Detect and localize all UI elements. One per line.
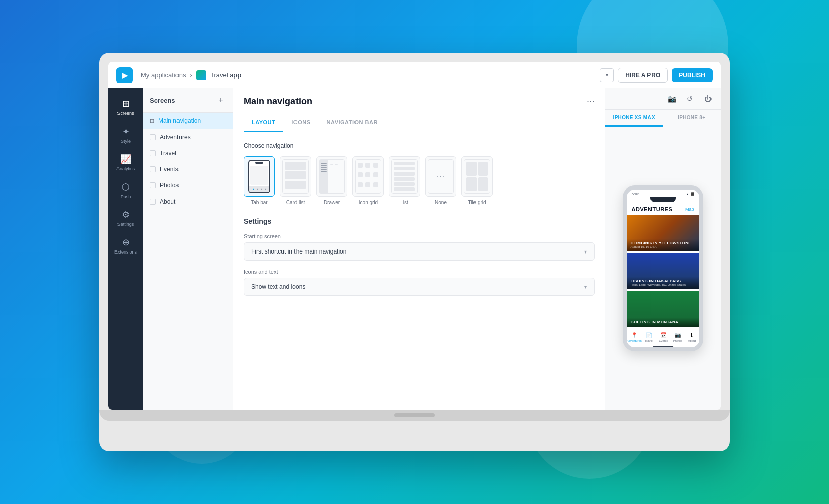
laptop-frame: ▶ My applications › Travel app ▾ HIRE A …: [99, 53, 730, 451]
screen-checkbox-photos: [150, 182, 156, 188]
phone-nav-icon-adventures: 📍: [631, 331, 638, 338]
screen-label-adventures: Adventures: [160, 134, 191, 141]
topbar: ▶ My applications › Travel app ▾ HIRE A …: [108, 62, 721, 88]
screen-item-events[interactable]: Events: [143, 161, 233, 177]
dropdown-button[interactable]: ▾: [600, 68, 614, 82]
nav-option-box-tile-grid: [461, 156, 493, 197]
starting-screen-arrow: ▾: [584, 249, 587, 255]
sidebar-item-style[interactable]: ✦ Style: [111, 122, 140, 148]
hire-pro-button[interactable]: HIRE A PRO: [618, 68, 668, 83]
preview-device-tabs: IPHONE XS MAX IPHONE 8+: [605, 110, 721, 127]
nav-option-tab-bar[interactable]: ● ● ● ● Tab bar: [244, 156, 275, 205]
card-overlay-fishing: FISHING IN HAKAI PASS Hakai Labo, Waypub…: [627, 277, 699, 289]
phone-nav-item-about[interactable]: ℹ About: [685, 331, 699, 342]
extensions-icon: ⊕: [122, 237, 130, 248]
breadcrumb-current: Travel app: [210, 71, 241, 79]
phone-home-indicator: [627, 345, 699, 347]
tab-icons[interactable]: ICONS: [283, 114, 318, 132]
adventure-card-fishing[interactable]: FISHING IN HAKAI PASS Hakai Labo, Waypub…: [627, 253, 699, 289]
settings-icon: ⚙: [122, 209, 130, 220]
laptop-base: [99, 410, 730, 421]
preview-toolbar: 📷 ↺ ⏻: [605, 88, 721, 110]
screens-icon: ⊞: [122, 98, 130, 109]
phone-nav-item-photos[interactable]: 📷 Photos: [671, 331, 685, 342]
phone-mockup: 6:02 ▲ ⬛ ADVENTURES Map: [623, 185, 703, 351]
sidebar-item-screens[interactable]: ⊞ Screens: [111, 94, 140, 120]
screen-item-about[interactable]: About: [143, 194, 233, 210]
laptop-screen: ▶ My applications › Travel app ▾ HIRE A …: [108, 62, 721, 410]
nav-option-drawer[interactable]: Drawer: [316, 156, 347, 205]
power-icon[interactable]: ⏻: [702, 93, 714, 104]
screen-label-travel: Travel: [160, 150, 176, 157]
style-icon: ✦: [122, 126, 130, 137]
screen-item-adventures[interactable]: Adventures: [143, 129, 233, 145]
screen-item-travel[interactable]: Travel: [143, 145, 233, 161]
adventure-card-golf[interactable]: GOLFING IN MONTANA: [627, 291, 699, 327]
breadcrumb-parent[interactable]: My applications: [141, 71, 186, 79]
device-tab-iphone-8plus[interactable]: IPHONE 8+: [663, 110, 721, 127]
nav-option-label-drawer: Drawer: [324, 200, 340, 205]
phone-app-title: ADVENTURES: [632, 206, 673, 212]
nav-option-icon-grid[interactable]: Icon grid: [352, 156, 384, 205]
starting-screen-select[interactable]: First shortcut in the main navigation ▾: [244, 242, 595, 261]
nav-option-none[interactable]: ··· None: [425, 156, 456, 205]
sidebar-label-screens: Screens: [117, 111, 134, 116]
sidebar-label-analytics: Analytics: [116, 166, 135, 171]
screen-checkbox-events: [150, 166, 156, 172]
app-logo[interactable]: ▶: [116, 67, 133, 83]
screenshot-icon[interactable]: 📷: [666, 93, 677, 104]
refresh-icon[interactable]: ↺: [684, 93, 695, 104]
sidebar-item-analytics[interactable]: 📈 Analytics: [111, 150, 140, 175]
tab-bar-phone-illus: ● ● ● ●: [248, 160, 270, 193]
screen-label-events: Events: [160, 166, 179, 173]
phone-nav-label-events: Events: [659, 339, 668, 342]
phone-nav-label-adventures: Adventures: [627, 339, 642, 342]
phone-nav-icon-about: ℹ: [688, 331, 695, 338]
nav-option-box-list: [389, 156, 420, 197]
card-overlay-golf: GOLFING IN MONTANA: [627, 318, 699, 327]
icons-text-label: Icons and text: [244, 269, 595, 275]
sidebar-item-settings[interactable]: ⚙ Settings: [111, 205, 140, 231]
sidebar-label-style: Style: [121, 139, 131, 144]
card-sub-fishing: Hakai Labo, Waypubs, BC, United States: [631, 283, 695, 286]
nav-option-label-tile-grid: Tile grid: [468, 200, 486, 205]
content-menu-dots[interactable]: ···: [587, 96, 595, 114]
sidebar-item-extensions[interactable]: ⊕ Extensions: [111, 233, 140, 259]
screen-item-photos[interactable]: Photos: [143, 177, 233, 194]
card-title-climbing: CLIMBING IN YELLOWSTONE: [631, 241, 695, 245]
phone-screen: ADVENTURES Map CLIMBING IN YELLOWSTONE A…: [627, 202, 699, 347]
nav-option-box-tab-bar: ● ● ● ●: [244, 156, 275, 197]
phone-nav-item-events[interactable]: 📅 Events: [656, 331, 670, 342]
icons-text-arrow: ▾: [584, 284, 587, 290]
icons-text-select[interactable]: Show text and icons ▾: [244, 278, 595, 296]
publish-button[interactable]: PUBLISH: [672, 68, 713, 82]
icons-text-value: Show text and icons: [251, 283, 305, 290]
nav-option-label-icon-grid: Icon grid: [359, 200, 378, 205]
tab-navigation-bar[interactable]: NAVIGATION BAR: [319, 114, 386, 132]
phone-notch: [650, 197, 676, 202]
nav-option-list[interactable]: List: [389, 156, 420, 205]
phone-nav-item-travel[interactable]: 📄 Travel: [642, 331, 656, 342]
nav-option-tile-grid[interactable]: Tile grid: [461, 156, 493, 205]
phone-time: 6:02: [632, 192, 640, 196]
add-screen-button[interactable]: +: [216, 95, 226, 105]
phone-home-bar: [653, 346, 673, 347]
screen-checkbox-adventures: [150, 134, 156, 140]
preview-panel: 📷 ↺ ⏻ IPHONE XS MAX IPHONE 8+ 6:02 ▲: [605, 88, 721, 410]
tab-layout[interactable]: LAYOUT: [244, 114, 283, 132]
card-overlay-climbing: CLIMBING IN YELLOWSTONE August 15, 19 US…: [627, 239, 699, 251]
starting-screen-group: Starting screen First shortcut in the ma…: [244, 233, 595, 261]
phone-nav-label-photos: Photos: [673, 339, 683, 342]
nav-option-label-card-list: Card list: [286, 200, 305, 205]
phone-nav-item-adventures[interactable]: 📍 Adventures: [627, 331, 642, 342]
sidebar-label-push: Push: [121, 194, 131, 199]
screen-item-main-navigation[interactable]: ⊞ Main navigation: [143, 113, 233, 129]
adventure-card-climbing[interactable]: CLIMBING IN YELLOWSTONE August 15, 19 US…: [627, 215, 699, 251]
screens-header: Screens +: [143, 88, 233, 113]
sidebar-item-push[interactable]: ⬡ Push: [111, 177, 140, 203]
screen-nav-icon: ⊞: [150, 118, 154, 124]
nav-option-card-list[interactable]: Card list: [280, 156, 311, 205]
device-tab-iphone-xs-max[interactable]: IPHONE XS MAX: [605, 110, 663, 127]
content-body: Choose navigation ● ●: [233, 132, 605, 410]
phone-app-map[interactable]: Map: [685, 207, 694, 212]
